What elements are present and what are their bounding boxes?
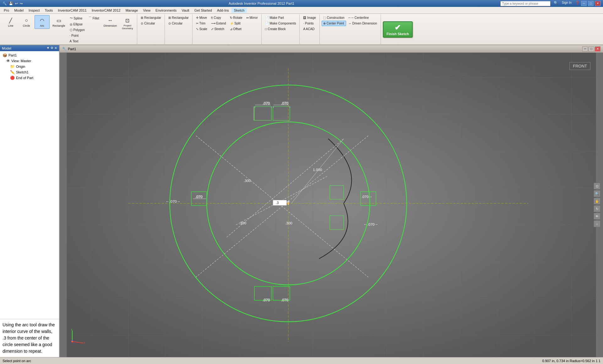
titlebar-left: 🔧 💾 ↩ ↪ xyxy=(3,2,23,6)
maximize-button[interactable]: □ xyxy=(588,1,594,6)
construction-button[interactable]: ⬚ Construction xyxy=(322,15,346,20)
nav-zoom-button[interactable]: 🔍 xyxy=(594,190,600,197)
fillet-button[interactable]: ⌒Fillet xyxy=(87,15,101,21)
tree-item-origin[interactable]: 📁 Origin xyxy=(1,64,58,69)
centerline-button[interactable]: ─ ─ Centerline xyxy=(347,15,379,20)
close-button[interactable]: ✕ xyxy=(595,1,600,6)
move-button[interactable]: ✛ Move xyxy=(194,15,209,20)
ribbon: ╱ Line ○ Circle ◠ Arc ▭ Rectangle xyxy=(0,14,603,45)
offset-button[interactable]: ⊿ Offset xyxy=(228,26,244,32)
polygon-button[interactable]: ⬡Polygon xyxy=(68,27,86,33)
trim-button[interactable]: ✂ Trim xyxy=(194,21,209,26)
search-input[interactable] xyxy=(500,1,551,6)
part1-icon: 📦 xyxy=(3,53,7,57)
text-icon: A xyxy=(70,40,72,43)
project-geometry-button[interactable]: ⊡ ProjectGeometry xyxy=(120,15,135,31)
viewport-restore-button[interactable]: □ xyxy=(589,46,594,51)
svg-rect-0 xyxy=(67,53,596,357)
menu-sketch[interactable]: Sketch xyxy=(231,8,247,13)
svg-text:.300: .300 xyxy=(244,179,251,183)
copy-button[interactable]: ⎘ Copy xyxy=(209,15,228,20)
menu-model[interactable]: Model xyxy=(12,8,26,13)
nav-zoom-extents-button[interactable]: ⊡ xyxy=(594,183,600,190)
canvas-area[interactable]: .070 .070 .070 .070 .070 ←.070→ xyxy=(60,53,603,357)
tree-item-part1[interactable]: 📦 Part1 xyxy=(1,52,58,58)
sign-in-link[interactable]: Sign In xyxy=(562,1,572,6)
svg-line-65 xyxy=(72,341,83,343)
panel-settings-icon[interactable]: ⚙ xyxy=(51,46,53,50)
circle-button[interactable]: ○ Circle xyxy=(19,15,34,29)
menu-inventorcam2011[interactable]: InventorCAM 2011 xyxy=(55,8,89,13)
statusbar: Select point on arc 0.907 in, 0.734 in R… xyxy=(0,357,603,364)
app-icon: 🔧 xyxy=(3,2,7,6)
rotate-button[interactable]: ↻ Rotate xyxy=(228,15,244,20)
stretch-button[interactable]: ⤢ Stretch xyxy=(209,26,228,32)
help-icon[interactable]: ❓ xyxy=(575,1,580,6)
circular-constrain-button[interactable]: ⊙ Circular xyxy=(139,21,163,26)
acad-button[interactable]: A ACAD xyxy=(302,26,318,32)
viewport-titlebar: 🔧 Part1 ─ □ ✕ xyxy=(60,45,603,53)
tree-item-sketch1[interactable]: ✏️ Sketch1 xyxy=(1,69,58,75)
minimize-button[interactable]: ─ xyxy=(581,1,587,6)
text-button[interactable]: AText xyxy=(68,39,86,44)
menu-tools[interactable]: Tools xyxy=(42,8,56,13)
search-icon[interactable]: 🔍 xyxy=(554,1,558,6)
make-components-button[interactable]: 📄 Make Components xyxy=(263,21,298,26)
menu-inspect[interactable]: Inspect xyxy=(26,8,42,13)
front-label: FRONT xyxy=(569,62,590,70)
viewport[interactable]: 🔧 Part1 ─ □ ✕ xyxy=(60,45,603,357)
make-part-button[interactable]: 📄 Make Part xyxy=(263,15,298,20)
project-geometry-icon: ⊡ xyxy=(124,17,131,24)
spline-button[interactable]: 〜Spline xyxy=(68,15,86,21)
tree-item-view-master[interactable]: 👁 View: Master xyxy=(1,58,58,64)
menu-getstarted[interactable]: Get Started xyxy=(192,8,215,13)
redo-icon[interactable]: ↪ xyxy=(20,2,23,5)
driven-dimension-button[interactable]: ↔ Driven Dimension xyxy=(347,21,379,26)
tree-item-end-of-part[interactable]: 🔴 End of Part xyxy=(1,75,58,81)
mirror-button[interactable]: ⇔ Mirror xyxy=(245,15,259,20)
menu-addins[interactable]: Add-Ins xyxy=(215,8,231,13)
panel-filter-icon[interactable]: ▼ xyxy=(46,46,50,50)
nav-home-button[interactable]: ⌂ xyxy=(594,220,600,227)
viewport-title-area: 🔧 Part1 xyxy=(62,47,76,51)
viewport-minimize-button[interactable]: ─ xyxy=(582,46,588,51)
center-point-button[interactable]: ⊕ Center Point xyxy=(322,21,346,26)
svg-text:.070: .070 xyxy=(263,298,270,302)
save-icon[interactable]: 💾 xyxy=(9,2,13,5)
finish-sketch-button[interactable]: ✔ Finish Sketch xyxy=(383,21,413,38)
circular-pattern-button[interactable]: ⊙ Circular xyxy=(167,21,190,26)
menu-vault[interactable]: Vault xyxy=(179,8,192,13)
nav-look-at-button[interactable]: 👁 xyxy=(594,213,600,220)
axis-indicator: x y xyxy=(66,329,82,345)
arc-button[interactable]: ◠ Arc xyxy=(35,15,50,29)
menu-pro[interactable]: Pro xyxy=(1,8,12,13)
dimension-button[interactable]: ↔ Dimension xyxy=(101,15,119,29)
split-button[interactable]: ⚡ Split xyxy=(228,21,244,26)
undo-icon[interactable]: ↩ xyxy=(15,2,18,5)
points-button[interactable]: · Points xyxy=(302,21,318,26)
panel-close-icon[interactable]: ✕ xyxy=(54,46,57,50)
nav-pan-button[interactable]: ✋ xyxy=(594,198,600,205)
line-button[interactable]: ╱ Line xyxy=(3,15,18,29)
extend-button[interactable]: ⟶ Extend xyxy=(209,21,228,26)
rectangular-pattern-button[interactable]: ⊞ Rectangular xyxy=(167,15,190,20)
viewport-close-button[interactable]: ✕ xyxy=(595,46,600,51)
scale-button[interactable]: ⤡ Scale xyxy=(194,26,209,32)
titlebar-controls: 🔍 Sign In ❓ ─ □ ✕ xyxy=(500,1,600,6)
menu-inventorcam2012[interactable]: InventorCAM 2012 xyxy=(89,8,123,13)
draw-secondary: 〜Spline ◎Ellipse ⬡Polygon ·Point AText xyxy=(68,15,86,44)
viewport-icon: 🔧 xyxy=(62,47,67,51)
rectangular-constrain-button[interactable]: ⊞ Rectangular xyxy=(139,15,163,20)
ellipse-button[interactable]: ◎Ellipse xyxy=(68,22,86,27)
nav-orbit-button[interactable]: ↻ xyxy=(594,205,600,212)
rectangle-button[interactable]: ▭ Rectangle xyxy=(50,15,68,29)
create-block-button[interactable]: □ Create Block xyxy=(263,26,298,32)
menu-environments[interactable]: Environments xyxy=(153,8,179,13)
image-button[interactable]: 🖼 Image xyxy=(302,15,318,20)
svg-text:.3: .3 xyxy=(276,201,279,205)
menubar: Pro Model Inspect Tools InventorCAM 2011… xyxy=(0,7,603,14)
point-button[interactable]: ·Point xyxy=(68,33,86,38)
menu-manage[interactable]: Manage xyxy=(123,8,141,13)
fillet-icon: ⌒ xyxy=(89,16,92,20)
menu-view[interactable]: View xyxy=(140,8,153,13)
